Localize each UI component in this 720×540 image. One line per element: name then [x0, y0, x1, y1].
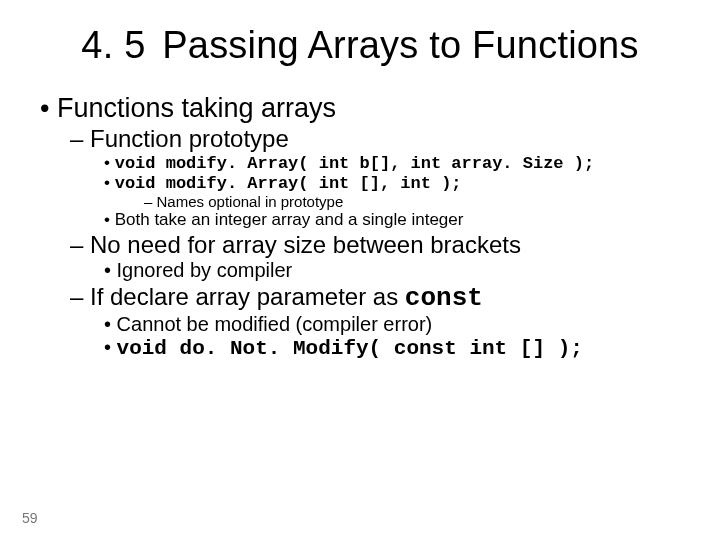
bullet-l3: Cannot be modified (compiler error)	[104, 313, 680, 336]
bullet-l1: Functions taking arrays Function prototy…	[40, 93, 680, 360]
code-line: void modify. Array( int b[], int array. …	[104, 153, 680, 173]
code-keyword: const	[405, 283, 483, 313]
code-text: void modify. Array( int [], int );	[115, 174, 462, 193]
bullet-l3: Ignored by compiler	[104, 259, 680, 282]
bullet-text: Cannot be modified (compiler error)	[117, 313, 433, 335]
bullet-text: Function prototype	[90, 125, 289, 152]
slide-title: 4. 5 Passing Arrays to Functions	[40, 24, 680, 67]
code-text: void do. Not. Modify( const int [] );	[117, 337, 583, 360]
bullet-text: If declare array parameter as	[90, 283, 405, 310]
bullet-l2: If declare array parameter as const Cann…	[70, 283, 680, 360]
page-number: 59	[22, 510, 38, 526]
bullet-l2: No need for array size between brackets …	[70, 231, 680, 282]
bullet-l4: Names optional in prototype	[144, 193, 680, 210]
bullet-l2: Function prototype void modify. Array( i…	[70, 125, 680, 230]
slide: 4. 5 Passing Arrays to Functions Functio…	[0, 0, 720, 540]
bullet-l3: Both take an integer array and a single …	[104, 210, 680, 230]
bullet-text: No need for array size between brackets	[90, 231, 521, 258]
title-text: Passing Arrays to Functions	[162, 24, 638, 66]
bullet-text: Both take an integer array and a single …	[115, 210, 464, 229]
code-text: void modify. Array( int b[], int array. …	[115, 154, 594, 173]
title-number: 4. 5	[81, 24, 145, 67]
code-line: void do. Not. Modify( const int [] );	[104, 336, 680, 360]
bullet-text: Functions taking arrays	[57, 93, 336, 123]
code-line: void modify. Array( int [], int ); Names…	[104, 173, 680, 210]
bullet-text: Ignored by compiler	[117, 259, 293, 281]
bullet-list: Functions taking arrays Function prototy…	[40, 93, 680, 360]
bullet-text: Names optional in prototype	[157, 193, 344, 210]
